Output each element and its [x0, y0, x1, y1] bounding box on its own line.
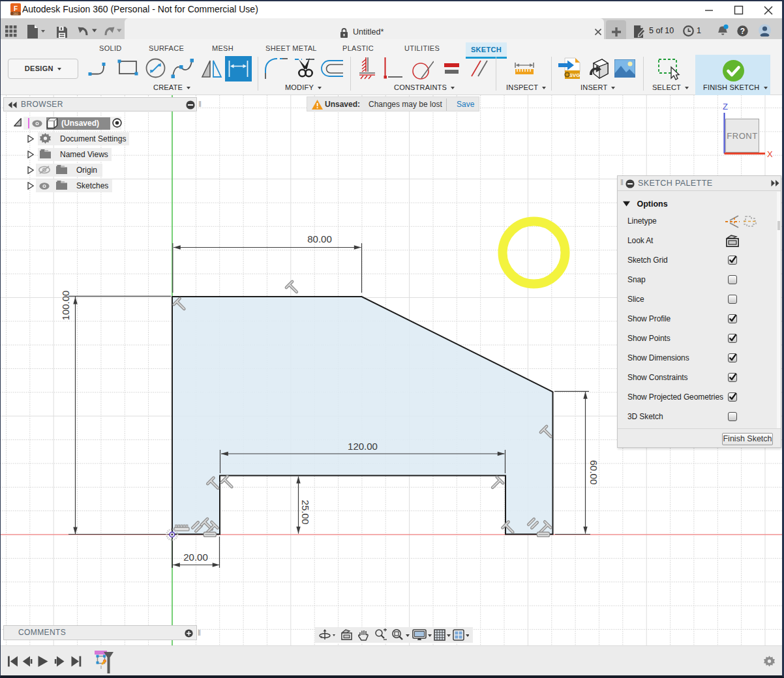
svg-text:25.00: 25.00 [300, 500, 311, 525]
svg-text:?: ? [740, 27, 745, 36]
svg-text:100.00: 100.00 [60, 291, 71, 321]
svg-text:SVG: SVG [569, 72, 580, 78]
svg-text:60.00: 60.00 [588, 460, 599, 485]
svg-text:Z: Z [723, 102, 728, 111]
svg-text:80.00: 80.00 [307, 233, 332, 244]
svg-text:360: 360 [13, 12, 18, 16]
svg-text:120.00: 120.00 [348, 441, 378, 452]
svg-text:X: X [767, 149, 773, 159]
svg-text:F: F [14, 5, 18, 12]
svg-text:20.00: 20.00 [183, 552, 208, 563]
